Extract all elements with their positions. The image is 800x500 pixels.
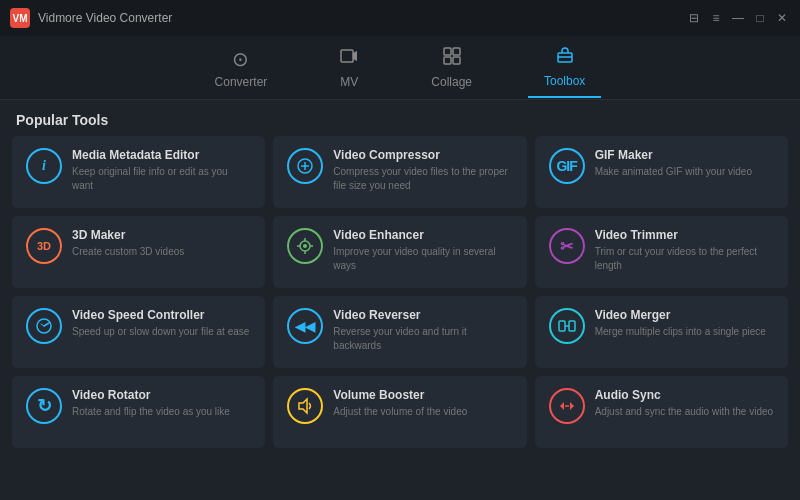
video-speed-controller-info: Video Speed Controller Speed up or slow … (72, 308, 251, 339)
tool-card-gif-maker[interactable]: GIF GIF Maker Make animated GIF with you… (535, 136, 788, 208)
nav-tabs: ⊙ Converter MV Collage Toolbox (0, 36, 800, 100)
title-bar: VM Vidmore Video Converter ⊟ ≡ — □ ✕ (0, 0, 800, 36)
mv-icon (339, 46, 359, 71)
tool-card-video-trimmer[interactable]: ✂ Video Trimmer Trim or cut your videos … (535, 216, 788, 288)
tool-card-video-rotator[interactable]: ↻ Video Rotator Rotate and flip the vide… (12, 376, 265, 448)
video-reverser-name: Video Reverser (333, 308, 512, 322)
3d-maker-name: 3D Maker (72, 228, 251, 242)
volume-booster-icon (287, 388, 323, 424)
volume-booster-desc: Adjust the volume of the video (333, 405, 512, 419)
subtitles-button[interactable]: ⊟ (686, 10, 702, 26)
video-merger-icon (549, 308, 585, 344)
audio-sync-desc: Adjust and sync the audio with the video (595, 405, 774, 419)
title-bar-left: VM Vidmore Video Converter (10, 8, 172, 28)
svg-rect-0 (341, 50, 353, 62)
close-button[interactable]: ✕ (774, 10, 790, 26)
video-enhancer-name: Video Enhancer (333, 228, 512, 242)
video-rotator-icon: ↻ (26, 388, 62, 424)
video-trimmer-icon: ✂ (549, 228, 585, 264)
app-title: Vidmore Video Converter (38, 11, 172, 25)
collage-label: Collage (431, 75, 472, 89)
converter-icon: ⊙ (232, 47, 249, 71)
video-speed-controller-icon (26, 308, 62, 344)
video-speed-controller-name: Video Speed Controller (72, 308, 251, 322)
gif-maker-icon: GIF (549, 148, 585, 184)
video-trimmer-info: Video Trimmer Trim or cut your videos to… (595, 228, 774, 273)
menu-button[interactable]: ≡ (708, 10, 724, 26)
volume-booster-name: Volume Booster (333, 388, 512, 402)
minimize-button[interactable]: — (730, 10, 746, 26)
video-compressor-name: Video Compressor (333, 148, 512, 162)
tool-card-video-enhancer[interactable]: Video Enhancer Improve your video qualit… (273, 216, 526, 288)
tool-card-audio-sync[interactable]: Audio Sync Adjust and sync the audio wit… (535, 376, 788, 448)
tool-card-video-reverser[interactable]: ◀◀ Video Reverser Reverse your video and… (273, 296, 526, 368)
tool-card-video-speed-controller[interactable]: Video Speed Controller Speed up or slow … (12, 296, 265, 368)
video-rotator-desc: Rotate and flip the video as you like (72, 405, 251, 419)
gif-maker-info: GIF Maker Make animated GIF with your vi… (595, 148, 774, 179)
media-metadata-editor-icon: i (26, 148, 62, 184)
svg-rect-18 (559, 321, 565, 331)
video-reverser-desc: Reverse your video and turn it backwards (333, 325, 512, 353)
tool-card-video-compressor[interactable]: Video Compressor Compress your video fil… (273, 136, 526, 208)
media-metadata-editor-info: Media Metadata Editor Keep original file… (72, 148, 251, 193)
tab-converter[interactable]: ⊙ Converter (199, 39, 284, 97)
converter-label: Converter (215, 75, 268, 89)
video-compressor-info: Video Compressor Compress your video fil… (333, 148, 512, 193)
tool-card-media-metadata-editor[interactable]: i Media Metadata Editor Keep original fi… (12, 136, 265, 208)
audio-sync-name: Audio Sync (595, 388, 774, 402)
collage-icon (442, 46, 462, 71)
media-metadata-editor-name: Media Metadata Editor (72, 148, 251, 162)
audio-sync-info: Audio Sync Adjust and sync the audio wit… (595, 388, 774, 419)
tab-collage[interactable]: Collage (415, 38, 488, 97)
video-merger-info: Video Merger Merge multiple clips into a… (595, 308, 774, 339)
video-enhancer-info: Video Enhancer Improve your video qualit… (333, 228, 512, 273)
tab-mv[interactable]: MV (323, 38, 375, 97)
video-enhancer-icon (287, 228, 323, 264)
maximize-button[interactable]: □ (752, 10, 768, 26)
volume-booster-info: Volume Booster Adjust the volume of the … (333, 388, 512, 419)
svg-marker-21 (299, 399, 307, 413)
video-merger-desc: Merge multiple clips into a single piece (595, 325, 774, 339)
section-title: Popular Tools (0, 100, 800, 136)
tool-card-3d-maker[interactable]: 3D 3D Maker Create custom 3D videos (12, 216, 265, 288)
3d-maker-icon: 3D (26, 228, 62, 264)
video-reverser-info: Video Reverser Reverse your video and tu… (333, 308, 512, 353)
3d-maker-desc: Create custom 3D videos (72, 245, 251, 259)
toolbox-icon (555, 45, 575, 70)
video-compressor-desc: Compress your video files to the proper … (333, 165, 512, 193)
video-reverser-icon: ◀◀ (287, 308, 323, 344)
toolbox-label: Toolbox (544, 74, 585, 88)
video-merger-name: Video Merger (595, 308, 774, 322)
3d-maker-info: 3D Maker Create custom 3D videos (72, 228, 251, 259)
video-rotator-info: Video Rotator Rotate and flip the video … (72, 388, 251, 419)
svg-rect-5 (453, 57, 460, 64)
video-speed-controller-desc: Speed up or slow down your file at ease (72, 325, 251, 339)
video-trimmer-name: Video Trimmer (595, 228, 774, 242)
audio-sync-icon (549, 388, 585, 424)
video-rotator-name: Video Rotator (72, 388, 251, 402)
svg-rect-2 (444, 48, 451, 55)
app-logo-text: VM (13, 13, 28, 24)
svg-rect-4 (444, 57, 451, 64)
app-logo: VM (10, 8, 30, 28)
tools-grid: i Media Metadata Editor Keep original fi… (0, 136, 800, 460)
media-metadata-editor-desc: Keep original file info or edit as you w… (72, 165, 251, 193)
svg-point-12 (303, 244, 307, 248)
video-enhancer-desc: Improve your video quality in several wa… (333, 245, 512, 273)
title-bar-controls: ⊟ ≡ — □ ✕ (686, 10, 790, 26)
video-trimmer-desc: Trim or cut your videos to the perfect l… (595, 245, 774, 273)
tab-toolbox[interactable]: Toolbox (528, 37, 601, 98)
tool-card-video-merger[interactable]: Video Merger Merge multiple clips into a… (535, 296, 788, 368)
svg-rect-19 (569, 321, 575, 331)
video-compressor-icon (287, 148, 323, 184)
tool-card-volume-booster[interactable]: Volume Booster Adjust the volume of the … (273, 376, 526, 448)
gif-maker-name: GIF Maker (595, 148, 774, 162)
mv-label: MV (340, 75, 358, 89)
svg-rect-3 (453, 48, 460, 55)
gif-maker-desc: Make animated GIF with your video (595, 165, 774, 179)
